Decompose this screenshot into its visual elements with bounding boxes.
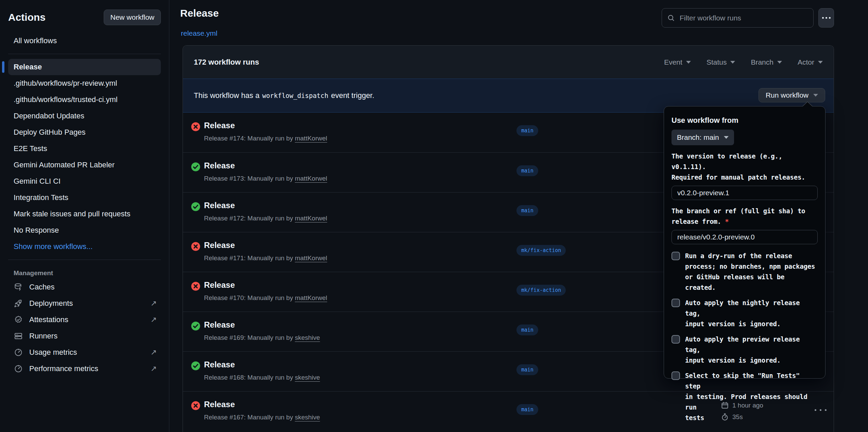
search-icon [667,14,675,22]
run-title[interactable]: Release [204,400,320,409]
success-icon [191,321,200,332]
run-title[interactable]: Release [204,280,327,290]
run-subtitle: Release #170: Manually run by mattKorwel [204,294,327,302]
runs-list-header: 172 workflow runs EventStatusBranchActor [183,46,834,79]
sidebar-item-deploy-github-pages[interactable]: Deploy GitHub Pages [8,124,161,140]
branch-badge[interactable]: main [516,165,538,176]
actor-link[interactable]: mattKorwel [295,294,327,301]
checkbox[interactable] [671,252,680,260]
failure-icon [191,282,200,292]
run-title[interactable]: Release [204,320,320,330]
filter-branch-dropdown[interactable]: Branch [751,58,782,66]
workflow-file-link[interactable]: release.yml [181,29,217,37]
filter-workflow-runs-input[interactable]: Filter workflow runs [662,8,814,28]
actor-link[interactable]: mattKorwel [295,254,327,262]
chevron-down-icon [724,136,729,139]
run-title[interactable]: Release [204,360,320,369]
sidebar-item-all-workflows[interactable]: All workflows [8,33,161,49]
success-icon [191,361,200,372]
checkbox[interactable] [671,371,680,380]
external-link-icon: ↗ [151,348,157,357]
branch-badge[interactable]: main [516,364,538,375]
run-workflow-dropdown-button[interactable]: Run workflow [759,88,825,102]
panel-checkbox-group: Auto apply the preview release tag, inpu… [671,334,818,366]
branch-badge[interactable]: main [516,325,538,335]
version-input-description: The version to release (e.g., v0.1.11). … [671,151,818,183]
sidebar-item-gemini-automated-pr-labeler[interactable]: Gemini Automated PR Labeler [8,157,161,173]
external-link-icon: ↗ [151,315,157,324]
sidebar-item-github-workflows-pr-review-yml[interactable]: .github/workflows/pr-review.yml [8,75,161,92]
run-title[interactable]: Release [204,121,327,130]
workflow-dispatch-code: workflow_dispatch [259,92,331,99]
sidebar-item-label: Attestations [29,315,68,324]
sidebar-item-no-response[interactable]: No Response [8,222,161,238]
run-title[interactable]: Release [204,201,327,210]
workflow-list: Release.github/workflows/pr-review.yml.g… [8,59,161,255]
branch-badge[interactable]: mk/fix-action [516,285,566,296]
sidebar-item-release[interactable]: Release [8,59,161,75]
panel-checkbox-group: Select to skip the "Run Tests" step in t… [671,370,818,423]
ref-input[interactable] [671,230,818,244]
actions-sidebar: Actions New workflow All workflows Relea… [0,0,169,432]
sidebar-item-label: Performance metrics [29,364,98,373]
management-section-label: Management [8,265,161,279]
panel-checkbox-group: Run a dry-run of the release process; no… [671,251,818,293]
sidebar-item-deployments[interactable]: Deployments↗ [8,295,161,312]
banner-text: This workflow has aworkflow_dispatcheven… [194,91,374,100]
sidebar-item-mark-stale-issues-and-pull-requests[interactable]: Mark stale issues and pull requests [8,206,161,222]
sidebar-item-integration-tests[interactable]: Integration Tests [8,189,161,206]
run-title[interactable]: Release [204,161,327,170]
workflow-options-kebab-button[interactable] [818,8,834,28]
run-title[interactable]: Release [204,240,327,250]
sidebar-item-caches[interactable]: Caches [8,279,161,295]
filter-placeholder: Filter workflow runs [680,14,741,22]
actor-link[interactable]: skeshive [295,414,320,421]
filter-actor-dropdown[interactable]: Actor [798,58,823,66]
sidebar-item-github-workflows-trusted-ci-yml[interactable]: .github/workflows/trusted-ci.yml [8,92,161,108]
sidebar-item-gemini-cli-ci[interactable]: Gemini CLI CI [8,173,161,189]
actor-link[interactable]: mattKorwel [295,175,327,182]
checkbox-label: Select to skip the "Run Tests" step in t… [685,370,818,423]
failure-icon [191,401,200,412]
deployments-icon [14,299,23,308]
run-subtitle: Release #169: Manually run by skeshive [204,334,320,342]
success-icon [191,202,200,213]
sidebar-divider [8,54,161,54]
performance-metrics-icon [14,364,23,373]
caches-icon [14,282,23,292]
run-subtitle: Release #174: Manually run by mattKorwel [204,135,327,142]
actor-link[interactable]: mattKorwel [295,215,327,222]
chevron-down-icon [777,61,782,64]
branch-badge[interactable]: main [516,125,538,136]
checkbox[interactable] [671,299,680,307]
actor-link[interactable]: skeshive [295,374,320,381]
sidebar-item-runners[interactable]: Runners [8,328,161,344]
run-subtitle: Release #172: Manually run by mattKorwel [204,215,327,222]
run-subtitle: Release #173: Manually run by mattKorwel [204,175,327,182]
branch-badge[interactable]: mk/fix-action [516,245,566,256]
version-input[interactable] [671,186,818,200]
chevron-down-icon [686,61,691,64]
ref-input-description: The branch or ref (full git sha) to rele… [671,206,818,227]
sidebar-item-usage-metrics[interactable]: Usage metrics↗ [8,344,161,361]
external-link-icon: ↗ [151,299,157,308]
filter-status-dropdown[interactable]: Status [707,58,735,66]
sidebar-item-performance-metrics[interactable]: Performance metrics↗ [8,361,161,377]
filter-event-dropdown[interactable]: Event [664,58,691,66]
run-workflow-panel: Use workflow from Branch: main The versi… [664,106,826,379]
panel-heading: Use workflow from [671,116,818,125]
attestations-icon [14,315,23,325]
sidebar-item-show-more-workflows[interactable]: Show more workflows... [8,238,161,255]
sidebar-item-dependabot-updates[interactable]: Dependabot Updates [8,108,161,124]
checkbox[interactable] [671,335,680,344]
actor-link[interactable]: mattKorwel [295,135,327,142]
branch-badge[interactable]: main [516,205,538,216]
new-workflow-button[interactable]: New workflow [104,10,161,25]
sidebar-item-e2e-tests[interactable]: E2E Tests [8,140,161,157]
branch-selector-button[interactable]: Branch: main [671,130,734,145]
sidebar-item-attestations[interactable]: Attestations↗ [8,312,161,328]
panel-checkbox-group: Auto apply the nightly release tag, inpu… [671,298,818,329]
branch-badge[interactable]: main [516,404,538,415]
sidebar-item-label: Runners [29,332,57,340]
actor-link[interactable]: skeshive [295,334,320,341]
